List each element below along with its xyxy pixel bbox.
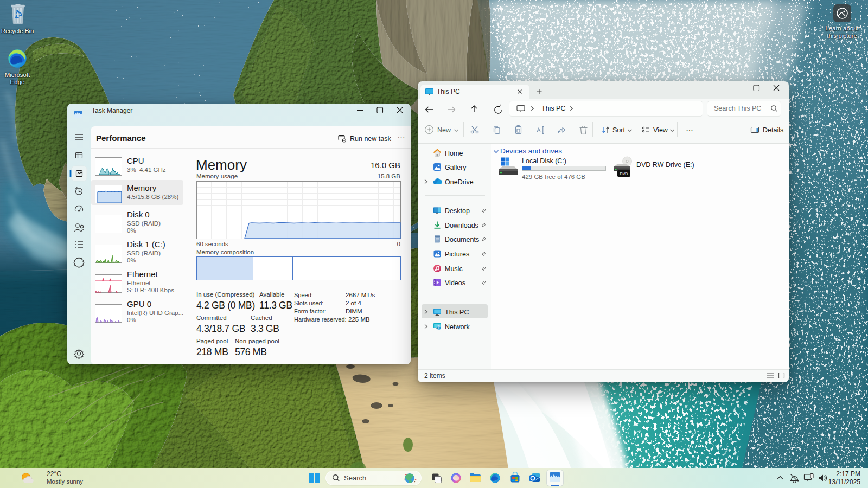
svg-text:DVD: DVD (620, 172, 628, 176)
